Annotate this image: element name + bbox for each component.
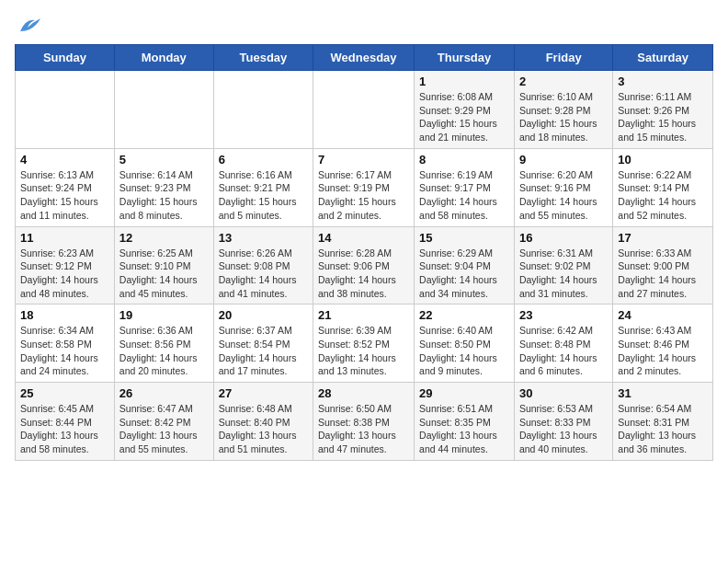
calendar-cell: 26Sunrise: 6:47 AM Sunset: 8:42 PM Dayli… <box>114 383 213 461</box>
calendar-cell: 1Sunrise: 6:08 AM Sunset: 9:29 PM Daylig… <box>415 71 515 149</box>
weekday-header-monday: Monday <box>114 45 213 71</box>
calendar-cell: 14Sunrise: 6:28 AM Sunset: 9:06 PM Dayli… <box>313 226 415 304</box>
day-number: 10 <box>618 153 708 167</box>
day-number: 26 <box>119 386 209 400</box>
calendar-cell: 8Sunrise: 6:19 AM Sunset: 9:17 PM Daylig… <box>415 148 515 226</box>
day-number: 22 <box>419 308 509 322</box>
day-number: 30 <box>519 386 608 400</box>
day-number: 6 <box>219 153 308 167</box>
calendar-cell <box>313 71 415 149</box>
calendar-cell: 2Sunrise: 6:10 AM Sunset: 9:28 PM Daylig… <box>514 71 612 149</box>
calendar-cell: 5Sunrise: 6:14 AM Sunset: 9:23 PM Daylig… <box>114 148 213 226</box>
calendar-cell: 17Sunrise: 6:33 AM Sunset: 9:00 PM Dayli… <box>613 226 713 304</box>
day-info: Sunrise: 6:34 AM Sunset: 8:58 PM Dayligh… <box>20 324 109 378</box>
page-header <box>15 15 713 35</box>
weekday-header-friday: Friday <box>514 45 612 71</box>
day-info: Sunrise: 6:31 AM Sunset: 9:02 PM Dayligh… <box>519 247 608 301</box>
calendar-cell: 13Sunrise: 6:26 AM Sunset: 9:08 PM Dayli… <box>213 226 313 304</box>
calendar-table: SundayMondayTuesdayWednesdayThursdayFrid… <box>15 44 713 461</box>
day-number: 3 <box>618 75 708 88</box>
calendar-cell: 18Sunrise: 6:34 AM Sunset: 8:58 PM Dayli… <box>16 304 115 383</box>
calendar-cell: 12Sunrise: 6:25 AM Sunset: 9:10 PM Dayli… <box>114 226 213 304</box>
day-number: 15 <box>419 231 509 245</box>
calendar-cell: 28Sunrise: 6:50 AM Sunset: 8:38 PM Dayli… <box>313 383 415 461</box>
day-info: Sunrise: 6:36 AM Sunset: 8:56 PM Dayligh… <box>119 324 209 378</box>
calendar-cell: 30Sunrise: 6:53 AM Sunset: 8:33 PM Dayli… <box>514 383 612 461</box>
day-info: Sunrise: 6:53 AM Sunset: 8:33 PM Dayligh… <box>519 402 608 456</box>
day-number: 13 <box>219 231 308 245</box>
calendar-cell: 31Sunrise: 6:54 AM Sunset: 8:31 PM Dayli… <box>613 383 713 461</box>
day-info: Sunrise: 6:45 AM Sunset: 8:44 PM Dayligh… <box>20 402 109 456</box>
day-info: Sunrise: 6:28 AM Sunset: 9:06 PM Dayligh… <box>318 247 409 301</box>
calendar-cell: 24Sunrise: 6:43 AM Sunset: 8:46 PM Dayli… <box>613 304 713 383</box>
day-info: Sunrise: 6:33 AM Sunset: 9:00 PM Dayligh… <box>618 247 708 301</box>
calendar-cell: 29Sunrise: 6:51 AM Sunset: 8:35 PM Dayli… <box>415 383 515 461</box>
weekday-header-sunday: Sunday <box>16 45 115 71</box>
calendar-cell <box>114 71 213 149</box>
calendar-cell: 3Sunrise: 6:11 AM Sunset: 9:26 PM Daylig… <box>613 71 713 149</box>
day-info: Sunrise: 6:10 AM Sunset: 9:28 PM Dayligh… <box>519 90 608 144</box>
day-info: Sunrise: 6:13 AM Sunset: 9:24 PM Dayligh… <box>20 168 109 223</box>
day-info: Sunrise: 6:37 AM Sunset: 8:54 PM Dayligh… <box>219 324 308 378</box>
calendar-cell: 21Sunrise: 6:39 AM Sunset: 8:52 PM Dayli… <box>313 304 415 383</box>
calendar-cell: 16Sunrise: 6:31 AM Sunset: 9:02 PM Dayli… <box>514 226 612 304</box>
calendar-cell: 7Sunrise: 6:17 AM Sunset: 9:19 PM Daylig… <box>313 148 415 226</box>
calendar-cell <box>213 71 313 149</box>
day-info: Sunrise: 6:39 AM Sunset: 8:52 PM Dayligh… <box>318 324 409 378</box>
day-number: 16 <box>519 231 608 245</box>
day-info: Sunrise: 6:50 AM Sunset: 8:38 PM Dayligh… <box>318 402 409 456</box>
day-number: 12 <box>119 231 209 245</box>
day-info: Sunrise: 6:42 AM Sunset: 8:48 PM Dayligh… <box>519 324 608 378</box>
day-number: 19 <box>119 308 209 322</box>
day-info: Sunrise: 6:22 AM Sunset: 9:14 PM Dayligh… <box>618 168 708 223</box>
day-number: 11 <box>20 231 109 245</box>
calendar-cell: 20Sunrise: 6:37 AM Sunset: 8:54 PM Dayli… <box>213 304 313 383</box>
day-info: Sunrise: 6:11 AM Sunset: 9:26 PM Dayligh… <box>618 90 708 144</box>
calendar-cell: 11Sunrise: 6:23 AM Sunset: 9:12 PM Dayli… <box>16 226 115 304</box>
day-number: 5 <box>119 153 209 167</box>
weekday-header-saturday: Saturday <box>613 45 713 71</box>
day-number: 21 <box>318 308 409 322</box>
day-info: Sunrise: 6:16 AM Sunset: 9:21 PM Dayligh… <box>219 168 308 223</box>
day-info: Sunrise: 6:51 AM Sunset: 8:35 PM Dayligh… <box>419 402 509 456</box>
day-number: 17 <box>618 231 708 245</box>
day-number: 24 <box>618 308 708 322</box>
logo-bird-icon <box>17 15 42 35</box>
calendar-cell: 15Sunrise: 6:29 AM Sunset: 9:04 PM Dayli… <box>415 226 515 304</box>
calendar-cell: 4Sunrise: 6:13 AM Sunset: 9:24 PM Daylig… <box>16 148 115 226</box>
calendar-cell <box>16 71 115 149</box>
day-number: 18 <box>20 308 109 322</box>
day-info: Sunrise: 6:29 AM Sunset: 9:04 PM Dayligh… <box>419 247 509 301</box>
day-number: 23 <box>519 308 608 322</box>
day-number: 29 <box>419 386 509 400</box>
day-info: Sunrise: 6:14 AM Sunset: 9:23 PM Dayligh… <box>119 168 209 223</box>
day-info: Sunrise: 6:17 AM Sunset: 9:19 PM Dayligh… <box>318 168 409 223</box>
calendar-cell: 19Sunrise: 6:36 AM Sunset: 8:56 PM Dayli… <box>114 304 213 383</box>
day-number: 4 <box>20 153 109 167</box>
weekday-header-wednesday: Wednesday <box>313 45 415 71</box>
calendar-cell: 10Sunrise: 6:22 AM Sunset: 9:14 PM Dayli… <box>613 148 713 226</box>
calendar-cell: 25Sunrise: 6:45 AM Sunset: 8:44 PM Dayli… <box>16 383 115 461</box>
day-info: Sunrise: 6:48 AM Sunset: 8:40 PM Dayligh… <box>219 402 308 456</box>
weekday-header-tuesday: Tuesday <box>213 45 313 71</box>
day-number: 8 <box>419 153 509 167</box>
day-number: 9 <box>519 153 608 167</box>
weekday-header-thursday: Thursday <box>415 45 515 71</box>
day-info: Sunrise: 6:08 AM Sunset: 9:29 PM Dayligh… <box>419 90 509 144</box>
day-info: Sunrise: 6:25 AM Sunset: 9:10 PM Dayligh… <box>119 247 209 301</box>
day-number: 20 <box>219 308 308 322</box>
day-number: 25 <box>20 386 109 400</box>
day-info: Sunrise: 6:26 AM Sunset: 9:08 PM Dayligh… <box>219 247 308 301</box>
day-info: Sunrise: 6:47 AM Sunset: 8:42 PM Dayligh… <box>119 402 209 456</box>
day-number: 1 <box>419 75 509 88</box>
day-number: 28 <box>318 386 409 400</box>
logo <box>15 15 42 35</box>
day-info: Sunrise: 6:54 AM Sunset: 8:31 PM Dayligh… <box>618 402 708 456</box>
calendar-cell: 23Sunrise: 6:42 AM Sunset: 8:48 PM Dayli… <box>514 304 612 383</box>
day-number: 31 <box>618 386 708 400</box>
day-info: Sunrise: 6:43 AM Sunset: 8:46 PM Dayligh… <box>618 324 708 378</box>
day-number: 7 <box>318 153 409 167</box>
day-info: Sunrise: 6:23 AM Sunset: 9:12 PM Dayligh… <box>20 247 109 301</box>
calendar-cell: 22Sunrise: 6:40 AM Sunset: 8:50 PM Dayli… <box>415 304 515 383</box>
day-number: 14 <box>318 231 409 245</box>
